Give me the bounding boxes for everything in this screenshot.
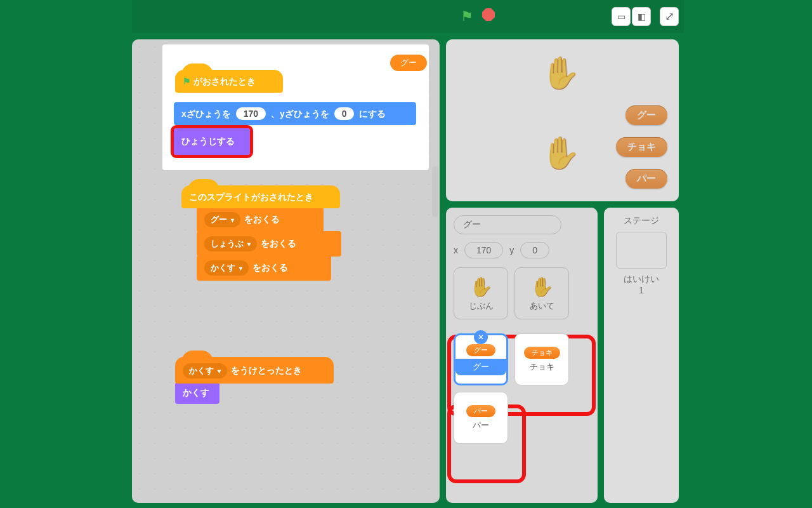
view-large-stage-button[interactable]: ◧ (632, 7, 651, 26)
sprite-label: パー (473, 420, 489, 431)
stage-toolbar: ⚑ ▭ ◧ ⤢ (132, 0, 684, 33)
block-label: 、yざひょうを (271, 109, 329, 119)
delete-sprite-icon[interactable]: ✕ (474, 330, 488, 344)
mini-pill: チョキ (524, 347, 560, 359)
sprite-hand-top: ✋ (541, 55, 580, 91)
sprite-thumb-jibun[interactable]: ✋じぶん (454, 267, 508, 319)
stage-button-pa[interactable]: パー (625, 169, 667, 189)
mini-pill: パー (466, 405, 495, 417)
dropdown[interactable]: かくす (183, 363, 227, 378)
block-label: にする (359, 109, 386, 119)
stage-button-gu[interactable]: グー (625, 105, 667, 125)
sprite-thumb-pa[interactable]: パー パー (454, 392, 508, 444)
sprite-label: チョキ (530, 361, 554, 373)
block-show[interactable]: ひょうじする (174, 128, 250, 155)
block-label: がおされたとき (193, 76, 256, 86)
sprite-label: じぶん (469, 300, 494, 312)
block-label: をおくる (261, 238, 296, 248)
block-label: このスプライトがおされたとき (189, 192, 313, 202)
block-label: をおくる (244, 214, 280, 224)
green-flag-icon[interactable]: ⚑ (461, 8, 473, 25)
sprite-thumb-aite[interactable]: ✋あいて (514, 267, 569, 319)
block-hide[interactable]: かくす (175, 382, 219, 404)
backdrop-label: はいけい (612, 274, 671, 285)
stage-thumbnail[interactable] (616, 232, 667, 269)
costume-pill: グー (390, 55, 427, 71)
dropdown[interactable]: しょうぶ (204, 236, 257, 251)
sprite-x-value[interactable]: 170 (464, 242, 503, 258)
block-goto-xy[interactable]: xざひょうを 170 、yざひょうを 0 にする (174, 102, 416, 125)
flag-icon: ⚑ (183, 76, 191, 86)
mini-pill: グー (466, 344, 495, 356)
sprite-name-input[interactable] (454, 215, 561, 234)
scripts-area[interactable]: グー ⚑がおされたとき xざひょうを 170 、yざひょうを 0 にする ひょう… (132, 39, 440, 503)
block-broadcast-kakusu[interactable]: かくすをおくる (197, 255, 331, 281)
scripts-scrollbar[interactable] (432, 166, 438, 217)
block-label: をおくる (252, 262, 288, 272)
block-label: xざひょうを (181, 109, 231, 119)
input-y[interactable]: 0 (334, 107, 355, 120)
stage-button-choki[interactable]: チョキ (616, 137, 667, 157)
block-label: ひょうじする (181, 136, 235, 146)
sprite-hand-bottom: ✋ (541, 135, 580, 171)
stage[interactable]: ✋ ✋ グー チョキ パー (446, 39, 679, 201)
dropdown[interactable]: グー (204, 212, 240, 227)
fullscreen-button[interactable]: ⤢ (660, 7, 679, 26)
dropdown[interactable]: かくす (204, 260, 249, 276)
sprite-label: あいて (530, 300, 554, 312)
block-label: かくす (183, 387, 209, 398)
block-broadcast-gu[interactable]: グーをおくる (197, 207, 324, 232)
sprite-panel: x 170 y 0 ✋じぶん ✋あいて ✕ グー グー (446, 208, 598, 503)
sprite-thumb-gu[interactable]: ✕ グー グー (454, 333, 508, 385)
sprite-label: グー (455, 359, 506, 375)
label-x: x (454, 245, 458, 255)
sprite-y-value[interactable]: 0 (520, 242, 549, 258)
backdrop-count: 1 (612, 285, 671, 295)
block-broadcast-shoubu[interactable]: しょうぶをおくる (197, 231, 341, 257)
label-y: y (509, 245, 514, 255)
block-label: をうけとったとき (231, 365, 302, 375)
input-x[interactable]: 170 (236, 107, 266, 120)
stop-icon[interactable] (482, 8, 495, 21)
view-small-stage-button[interactable]: ▭ (612, 7, 631, 26)
stage-title: ステージ (612, 215, 671, 227)
block-when-flag-clicked[interactable]: ⚑がおされたとき (175, 70, 283, 93)
stage-selector[interactable]: ステージ はいけい 1 (604, 208, 679, 503)
sprite-thumb-choki[interactable]: チョキ チョキ (514, 333, 569, 385)
block-when-sprite-clicked[interactable]: このスプライトがおされたとき (181, 185, 340, 208)
block-when-receive[interactable]: かくすをうけとったとき (175, 357, 334, 384)
